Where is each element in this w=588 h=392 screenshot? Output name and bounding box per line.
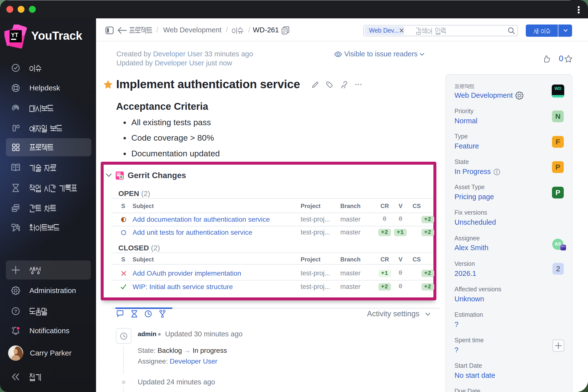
svg-text:?: ?	[14, 309, 18, 314]
svg-text:YT: YT	[11, 32, 18, 38]
